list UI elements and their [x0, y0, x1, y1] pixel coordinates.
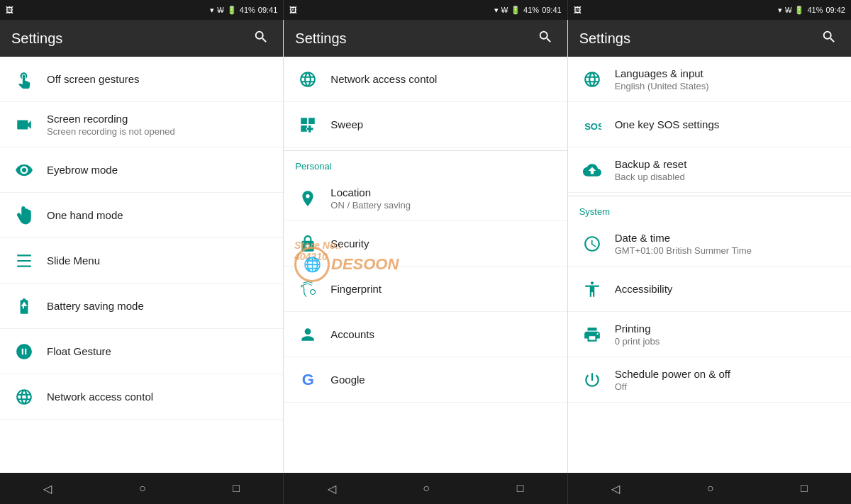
battery-pct-3: 41% [807, 6, 823, 14]
network-text-1: Network access contol [47, 391, 272, 403]
screen-recording-title: Screen recording [47, 113, 272, 125]
languages-text: Languages & input English (United States… [615, 67, 840, 91]
schedule-power-title: Schedule power on & off [615, 368, 840, 380]
gallery-icon-1: 🖼 [6, 6, 13, 14]
item-date-time[interactable]: Date & time GMT+01:00 British Summer Tim… [568, 221, 851, 267]
search-button-3[interactable] [818, 26, 840, 51]
item-off-screen-gestures[interactable]: Off screen gestures [0, 57, 283, 102]
date-time-subtitle: GMT+01:00 British Summer Time [615, 245, 840, 256]
schedule-power-text: Schedule power on & off Off [615, 368, 840, 392]
network-icon-1 [11, 384, 37, 410]
time-3: 09:42 [825, 6, 845, 14]
location-subtitle: ON / Battery saving [330, 200, 555, 211]
item-slide-menu[interactable]: Slide Menu [0, 238, 283, 284]
panel-1-title: Settings [11, 30, 62, 47]
item-network-access-2[interactable]: Network access contol [284, 57, 567, 102]
printing-icon [579, 322, 605, 347]
languages-icon [579, 67, 605, 92]
wifi-icon-3: W [785, 6, 791, 14]
panel-3-title: Settings [579, 30, 630, 47]
sos-title: One key SOS settings [615, 118, 840, 130]
time-2: 09:41 [542, 6, 562, 14]
panels-container: Store No.: 404310 🌐 DESOON Settings [0, 20, 851, 473]
location-text: Location ON / Battery saving [330, 186, 555, 211]
battery-icon-2: 🔋 [511, 6, 521, 15]
off-screen-title: Off screen gestures [47, 73, 272, 85]
item-schedule-power[interactable]: Schedule power on & off Off [568, 357, 851, 403]
printing-text: Printing 0 print jobs [615, 323, 840, 347]
item-battery-saving[interactable]: Battery saving mode [0, 284, 283, 329]
search-button-1[interactable] [250, 26, 272, 51]
accounts-text: Accounts [330, 328, 555, 340]
sweep-text: Sweep [330, 118, 555, 130]
back-btn-2[interactable]: ◁ [316, 476, 347, 501]
item-location[interactable]: Location ON / Battery saving [284, 176, 567, 221]
one-hand-icon [11, 203, 37, 228]
svg-text:SOS: SOS [584, 121, 601, 131]
item-sweep[interactable]: Sweep [284, 102, 567, 147]
home-btn-3[interactable]: ○ [696, 476, 725, 500]
panel-1: Settings Off screen gestures [0, 20, 284, 473]
screen-recording-icon [11, 112, 37, 138]
accessibility-title: Accessibility [615, 283, 840, 295]
item-eyebrow-mode[interactable]: Eyebrow mode [0, 147, 283, 193]
date-time-title: Date & time [615, 232, 840, 244]
float-gesture-title: Float Gesture [47, 345, 272, 357]
item-network-access-1[interactable]: Network access contol [0, 374, 283, 420]
network-title-2: Network access contol [330, 73, 555, 85]
float-gesture-icon [11, 339, 37, 364]
panel-3-list: Languages & input English (United States… [568, 57, 851, 473]
item-one-key-sos[interactable]: SOS One key SOS settings [568, 102, 851, 147]
item-accounts[interactable]: Accounts [284, 312, 567, 357]
backup-title: Backup & reset [615, 158, 840, 170]
item-fingerprint[interactable]: Fingerprint [284, 267, 567, 312]
status-left-3: 🖼 [574, 6, 582, 14]
accounts-icon [295, 322, 321, 347]
location-icon [295, 186, 321, 211]
item-screen-recording[interactable]: Screen recording Screen recording is not… [0, 102, 283, 147]
personal-header: Personal [284, 154, 567, 176]
slide-menu-text: Slide Menu [47, 254, 272, 267]
item-printing[interactable]: Printing 0 print jobs [568, 312, 851, 357]
panel-1-header: Settings [0, 20, 283, 57]
recents-btn-3[interactable]: □ [789, 476, 819, 500]
battery-saving-title: Battery saving mode [47, 300, 272, 312]
item-languages[interactable]: Languages & input English (United States… [568, 57, 851, 102]
item-one-hand-mode[interactable]: One hand mode [0, 193, 283, 238]
status-bar-2: 🖼 ▾ W 🔋 41% 09:41 [284, 0, 567, 20]
status-right-1: ▾ W 🔋 41% 09:41 [210, 6, 277, 15]
gallery-icon-2: 🖼 [289, 6, 297, 14]
accessibility-icon [579, 276, 605, 302]
slide-menu-icon [11, 248, 37, 274]
fingerprint-title: Fingerprint [330, 283, 555, 295]
back-btn-3[interactable]: ◁ [600, 476, 631, 501]
security-text: Security [330, 237, 555, 250]
home-btn-2[interactable]: ○ [411, 476, 441, 500]
fingerprint-text: Fingerprint [330, 283, 555, 295]
panel-2-list: Network access contol Sweep Personal [284, 57, 567, 473]
one-hand-title: One hand mode [47, 209, 272, 221]
item-google[interactable]: G Google [284, 357, 567, 403]
search-button-2[interactable] [535, 26, 556, 51]
security-title: Security [330, 237, 555, 250]
nav-bar-2: ◁ ○ □ [284, 473, 567, 504]
item-security[interactable]: Security [284, 221, 567, 267]
back-btn-1[interactable]: ◁ [32, 476, 63, 501]
printing-subtitle: 0 print jobs [615, 336, 840, 347]
panel-3: Settings Languages & input English (Unit… [568, 20, 851, 473]
recents-btn-1[interactable]: □ [221, 476, 251, 500]
location-title: Location [330, 186, 555, 198]
date-time-text: Date & time GMT+01:00 British Summer Tim… [615, 232, 840, 256]
backup-icon [579, 157, 605, 183]
status-bars: 🖼 ▾ W 🔋 41% 09:41 🖼 ▾ W 🔋 41% 09:41 🖼 ▾ … [0, 0, 851, 20]
home-btn-1[interactable]: ○ [128, 476, 157, 500]
gallery-icon-3: 🖼 [574, 6, 582, 14]
item-float-gesture[interactable]: Float Gesture [0, 329, 283, 374]
item-accessibility[interactable]: Accessibility [568, 267, 851, 312]
sweep-icon [295, 112, 321, 138]
google-title: Google [330, 374, 555, 386]
recents-btn-2[interactable]: □ [506, 476, 535, 500]
item-backup-reset[interactable]: Backup & reset Back up disabled [568, 147, 851, 193]
off-screen-icon [11, 67, 37, 92]
panel-1-list: Off screen gestures Screen recording Scr… [0, 57, 283, 473]
